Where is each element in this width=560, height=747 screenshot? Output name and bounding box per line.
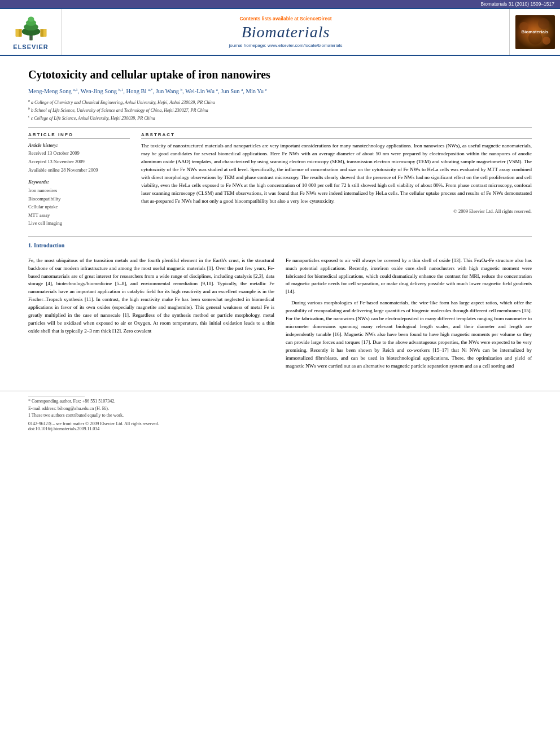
available-date: Available online 28 November 2009 (28, 167, 130, 174)
biomaterials-badge: Biomaterials (515, 15, 555, 49)
keywords-list: Iron nanowires Biocompatibility Cellular… (28, 186, 130, 227)
section-number: 1. (28, 242, 33, 248)
biomaterials-badge-area: Biomaterials (509, 9, 560, 55)
svg-rect-10 (30, 38, 32, 41)
elsevier-text: ELSEVIER (13, 43, 48, 50)
introduction-heading: Introduction (34, 242, 64, 248)
journal-homepage: journal homepage: www.elsevier.com/locat… (229, 43, 343, 48)
svg-rect-8 (43, 29, 46, 37)
journal-title: Biomaterials (242, 23, 330, 41)
article-title: Cytotoxicity and cellular uptake of iron… (28, 67, 532, 82)
badge-text: Biomaterials (521, 29, 548, 34)
history-label: Article history: (28, 142, 130, 148)
intro-para-1: Fe, the most ubiquitous of the transitio… (28, 257, 274, 335)
article-info-col: ARTICLE INFO Article history: Received 1… (28, 132, 130, 227)
accepted-date: Accepted 13 November 2009 (28, 158, 130, 165)
divider-2 (28, 236, 532, 237)
elsevier-logo-area: ELSEVIER (0, 9, 62, 55)
keyword-5: Live cell imaging (28, 219, 130, 227)
intro-col2-text: Fe nanoparticles exposed to air will alw… (286, 257, 532, 370)
keyword-2: Biocompatibility (28, 195, 130, 203)
email-address: bihong@ahu.edu.cn (H. Bi). (58, 406, 109, 411)
divider-1 (28, 127, 532, 128)
svg-point-13 (538, 18, 549, 29)
svg-point-15 (542, 37, 550, 45)
doi-line: doi:10.1016/j.biomaterials.2009.11.034 (28, 426, 532, 431)
abstract-heading: ABSTRACT (141, 132, 532, 139)
intro-col1-text: Fe, the most ubiquitous of the transitio… (28, 257, 274, 335)
article-history: Received 13 October 2009 Accepted 13 Nov… (28, 150, 130, 173)
abstract-col: ABSTRACT The toxicity of nanostructured … (141, 132, 532, 227)
sciencedirect-link[interactable]: Contents lists available at ScienceDirec… (240, 16, 332, 21)
email-line: E-mail address: bihong@ahu.edu.cn (H. Bi… (28, 405, 532, 413)
footnote-line (28, 396, 85, 396)
article-info-heading: ARTICLE INFO (28, 132, 130, 139)
affiliation-c: c c College of Life Science, Anhui Unive… (28, 114, 532, 122)
keyword-1: Iron nanowires (28, 186, 130, 194)
email-label: E-mail address: (28, 406, 56, 411)
body-col-right: Fe nanoparticles exposed to air will alw… (286, 257, 532, 374)
svg-point-9 (30, 36, 32, 38)
received-date: Received 13 October 2009 (28, 150, 130, 157)
sciencedirect-prefix: Contents lists available at (240, 16, 300, 21)
intro-para-2: Fe nanoparticles exposed to air will alw… (286, 257, 532, 296)
footer-doi: 0142-9612/$ – see front matter © 2009 El… (28, 421, 532, 431)
body-col-left: Fe, the most ubiquitous of the transitio… (28, 257, 274, 374)
article-info-abstract: ARTICLE INFO Article history: Received 1… (28, 132, 532, 227)
body-columns: Fe, the most ubiquitous of the transitio… (28, 257, 532, 374)
sciencedirect-name: ScienceDirect (300, 16, 331, 21)
authors-line: Meng-Meng Song a,1, Wen-Jing Song b,1, H… (28, 86, 532, 95)
citation-bar: Biomaterials 31 (2010) 1509–1517 (0, 0, 560, 8)
introduction-title: 1. Introduction (28, 242, 532, 248)
svg-point-4 (28, 16, 34, 21)
elsevier-logo: ELSEVIER (11, 14, 51, 50)
copyright-line: © 2009 Elsevier Ltd. All rights reserved… (141, 208, 532, 214)
keywords-label: Keywords: (28, 179, 130, 185)
journal-header-center: Contents lists available at ScienceDirec… (62, 9, 509, 55)
issn-line: 0142-9612/$ – see front matter © 2009 El… (28, 421, 532, 426)
keyword-4: MTT assay (28, 211, 130, 219)
affiliations: a a College of Chemistry and Chemical En… (28, 98, 532, 121)
main-content: Cytotoxicity and cellular uptake of iron… (0, 56, 560, 385)
citation-text: Biomaterials 31 (2010) 1509–1517 (481, 1, 554, 7)
footer-notes: * Corresponding author. Fax: +86 551 510… (28, 398, 532, 420)
intro-para-3: During various morphologies of Fe-based … (286, 299, 532, 370)
affiliation-a: a a College of Chemistry and Chemical En… (28, 98, 532, 106)
elsevier-tree-svg (11, 14, 51, 42)
authors-text: Meng-Meng Song a,1, Wen-Jing Song b,1, H… (28, 88, 267, 94)
badge-label: Biomaterials (521, 29, 548, 34)
keyword-3: Cellular uptake (28, 203, 130, 211)
corresponding-author: * Corresponding author. Fax: +86 551 510… (28, 398, 532, 405)
abstract-text: The toxicity of nanostructured materials… (141, 142, 532, 206)
svg-rect-6 (15, 29, 18, 37)
footnote1: 1 These two authors contributed equally … (28, 412, 532, 420)
journal-header: ELSEVIER Contents lists available at Sci… (0, 8, 560, 56)
footer: * Corresponding author. Fax: +86 551 510… (0, 391, 560, 436)
affiliation-b: b b School of Life Science, University o… (28, 106, 532, 114)
